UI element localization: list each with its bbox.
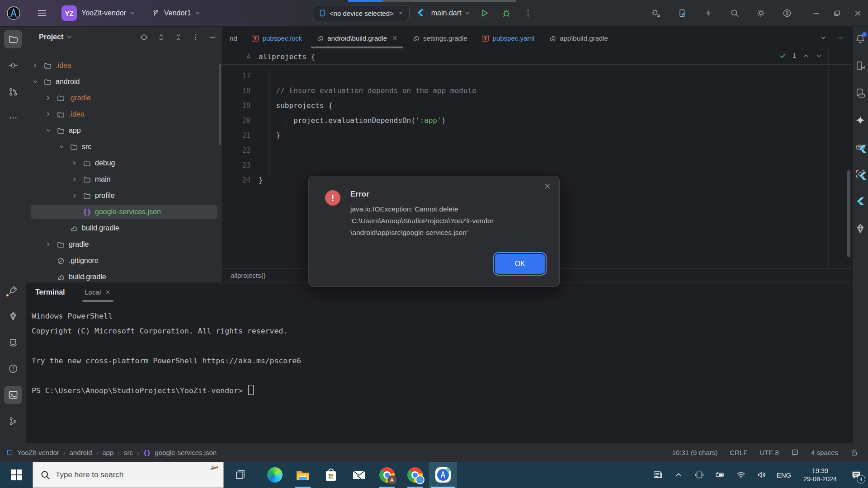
tool-stripe-device-manager[interactable] [854, 59, 867, 73]
editor-tab-pubspec.lock[interactable]: Ypubspec.lock [245, 27, 310, 49]
branch-selector[interactable]: Vendor1 [164, 9, 201, 17]
hot-restart-button[interactable] [701, 5, 716, 21]
search-highlight-monkey-image[interactable] [208, 462, 218, 472]
breadcrumb-item[interactable]: google-services.json [155, 449, 217, 456]
window-restore-button[interactable] [826, 0, 847, 26]
breadcrumb-item[interactable]: android [70, 449, 92, 456]
chevR-icon[interactable] [71, 192, 78, 199]
project-scrollbar[interactable] [219, 64, 221, 145]
tool-stripe-flutter-performance[interactable] [4, 307, 22, 325]
chevron-up-icon[interactable] [802, 52, 809, 59]
tray-news[interactable] [647, 462, 668, 488]
taskbar-app-chrome-profile-b[interactable]: – [401, 462, 429, 488]
chevR-icon[interactable] [45, 241, 52, 248]
taskbar-search[interactable] [33, 462, 224, 488]
close-icon[interactable] [105, 289, 111, 295]
search-input[interactable] [56, 470, 160, 479]
settings-button[interactable] [753, 5, 769, 21]
more-actions-button[interactable] [520, 5, 536, 21]
tray-volume[interactable] [751, 462, 772, 488]
project-selector[interactable]: YooZit-vendor [81, 9, 136, 17]
terminal-tab-local[interactable]: Local [85, 282, 111, 302]
tool-stripe-flutter-inspector[interactable] [854, 168, 867, 181]
main-menu-icon[interactable] [37, 8, 47, 18]
editor-tab-nd[interactable]: nd [222, 27, 245, 49]
editor-tab-app-build.gradle[interactable]: app\build.gradle [542, 27, 615, 49]
tray-cast[interactable] [689, 462, 710, 488]
tree-item-google-services.json[interactable]: {}google-services.json [26, 204, 222, 220]
collapse-all-icon[interactable] [175, 33, 182, 41]
ok-button[interactable]: OK [495, 254, 545, 274]
tool-stripe-dart-analysis-server[interactable] [854, 141, 867, 154]
taskbar-app-explorer[interactable] [289, 462, 317, 488]
run-button[interactable] [477, 5, 492, 21]
tree-item-gradle[interactable]: gradle [26, 236, 222, 253]
window-close-button[interactable] [847, 0, 868, 26]
tree-item-profile[interactable]: profile [26, 188, 222, 204]
tray-wifi[interactable] [731, 462, 751, 488]
inspections-widget[interactable]: 1 [779, 52, 822, 59]
tool-stripe-running-devices[interactable] [854, 86, 867, 100]
breadcrumb-item[interactable]: src [124, 449, 133, 456]
indent-setting[interactable]: 4 spaces [811, 449, 838, 456]
flutter-attach-button[interactable] [675, 5, 690, 21]
action-center-button[interactable]: 4 [844, 462, 868, 488]
file-encoding[interactable]: UTF-8 [760, 449, 779, 456]
project-badge[interactable]: YZ [61, 5, 77, 21]
tree-item-src[interactable]: src [26, 139, 222, 155]
chevR-icon[interactable] [71, 176, 78, 183]
taskbar-app-chrome-profile-a[interactable]: A [373, 462, 401, 488]
hide-panel-icon[interactable] [209, 33, 217, 41]
chevD-icon[interactable] [32, 78, 39, 85]
tree-item-.idea[interactable]: *.idea [26, 106, 222, 122]
tab-options-kebab-icon[interactable] [837, 34, 844, 42]
tab-list-dropdown-icon[interactable] [820, 34, 827, 42]
task-view-button[interactable] [226, 462, 255, 488]
taskbar-app-store[interactable] [317, 462, 345, 488]
tree-item-app[interactable]: app [26, 122, 222, 139]
device-selector[interactable]: <no device selected> [313, 5, 410, 21]
chevR-icon[interactable] [45, 94, 52, 102]
terminal-cursor[interactable] [248, 385, 254, 395]
tool-stripe-copilot-cat[interactable] [4, 333, 22, 352]
dialog-close-icon[interactable] [544, 183, 551, 190]
tree-item-.gradle[interactable]: .gradle [26, 90, 222, 106]
taskbar-app-edge[interactable] [261, 462, 289, 488]
chevR-icon[interactable] [71, 160, 78, 167]
editor-tab-settings.gradle[interactable]: settings.gradle [405, 27, 475, 49]
tree-item-build.gradle[interactable]: build.gradle [26, 220, 222, 236]
tool-stripe-project[interactable] [4, 30, 22, 48]
tool-stripe-pull-requests[interactable] [4, 83, 22, 101]
attach-debugger-button[interactable] [648, 5, 664, 21]
editor-scrollbar[interactable] [847, 170, 850, 257]
line-ending[interactable]: CRLF [730, 449, 747, 456]
terminal-title[interactable]: Terminal [35, 288, 65, 296]
project-panel-title[interactable]: Project [39, 33, 63, 41]
tree-item-build.gradle[interactable]: build.gradle [26, 269, 222, 282]
tray-chevron-up[interactable] [668, 462, 689, 488]
caret-position[interactable]: 10:31 (9 chars) [672, 449, 717, 456]
close-icon[interactable] [392, 35, 398, 41]
tool-stripe-dart-analysis[interactable] [4, 281, 22, 299]
terminal-output[interactable]: Windows PowerShellCopyright (C) Microsof… [26, 302, 852, 443]
start-button[interactable] [0, 462, 33, 488]
tree-item-main[interactable]: main [26, 171, 222, 188]
search-everywhere-button[interactable] [727, 5, 742, 21]
breadcrumb-item[interactable]: YooZit-vendor [17, 449, 59, 456]
taskbar-app-mail[interactable] [345, 462, 373, 488]
chevD-icon[interactable] [45, 127, 52, 134]
tool-stripe-version-control[interactable] [4, 412, 22, 430]
breadcrumb-item[interactable]: app [102, 449, 113, 456]
run-configuration-selector[interactable]: main.dart [431, 9, 471, 17]
tool-stripe-notifications[interactable] [854, 32, 867, 46]
taskbar-app-android-studio[interactable] [429, 462, 457, 488]
debug-button[interactable] [499, 5, 514, 21]
expand-all-icon[interactable] [157, 33, 165, 41]
unlocked-icon[interactable] [850, 449, 858, 456]
tool-stripe-terminal[interactable] [4, 386, 22, 404]
profile-button[interactable] [779, 5, 795, 21]
chevR-icon[interactable] [32, 62, 39, 69]
tool-stripe-problems[interactable] [4, 360, 22, 378]
clock[interactable]: 19:39 29-08-2024 [796, 467, 844, 483]
tree-item-debug[interactable]: debug [26, 155, 222, 171]
